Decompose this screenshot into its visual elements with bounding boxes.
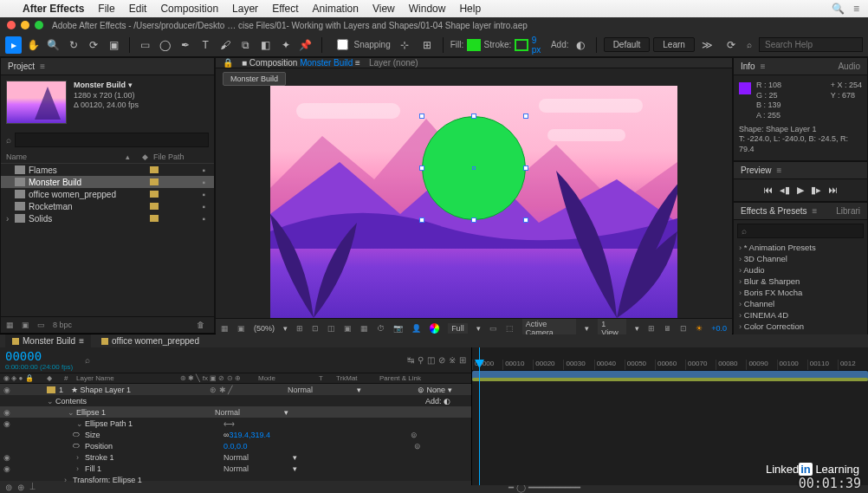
fill-swatch[interactable] — [467, 39, 480, 51]
play-icon[interactable]: ▶ — [797, 185, 804, 196]
col-type-icon[interactable]: ◆ — [136, 152, 153, 161]
tl-icon[interactable]: ⊘ — [438, 355, 445, 365]
puppet-tool[interactable]: 📌 — [297, 36, 314, 54]
layer-fill[interactable]: ◉›Fill 1Normal▾ — [0, 463, 471, 474]
breadcrumb-pill[interactable]: Monster Build — [223, 72, 286, 86]
tl-icon[interactable]: ⊞ — [459, 355, 466, 365]
tab-preview[interactable]: Preview — [741, 165, 772, 175]
fx-category[interactable]: Color Correction — [734, 321, 867, 332]
fx-category[interactable]: Boris FX Mocha — [734, 287, 867, 298]
interpret-icon[interactable]: ▦ — [6, 321, 18, 329]
snap-opt-icon[interactable]: ⊹ — [396, 36, 413, 54]
window-maximize-button[interactable] — [35, 21, 43, 29]
window-minimize-button[interactable] — [21, 21, 29, 29]
time-ruler[interactable]: 0000000010000200003000040000500006000070… — [472, 347, 868, 371]
workspace-default[interactable]: Default — [604, 37, 651, 52]
layer-contents[interactable]: ⌄ContentsAdd: ◐ — [0, 395, 471, 406]
project-tab[interactable]: Project≡ — [1, 58, 214, 75]
layer-ellipse-path[interactable]: ◉⌄Ellipse Path 1⟷ — [0, 418, 471, 429]
search-icon[interactable]: ⌕ — [85, 355, 90, 365]
tl-icon[interactable]: ※ — [449, 355, 456, 365]
lock-icon[interactable]: 🔒 — [223, 58, 233, 68]
first-frame-icon[interactable]: ⏮ — [763, 185, 773, 196]
grid-icon[interactable]: ⊞ — [296, 324, 303, 333]
menu-help[interactable]: Help — [459, 3, 481, 15]
color-channel-icon[interactable] — [430, 323, 439, 334]
fx-category[interactable]: CINEMA 4D — [734, 309, 867, 321]
add-menu-icon[interactable]: ◐ — [573, 36, 589, 54]
layer-transform[interactable]: ›Transform: Ellipse 1 — [0, 474, 471, 485]
menu-animation[interactable]: Animation — [313, 3, 359, 15]
sync-icon[interactable]: ⟳ — [722, 36, 740, 54]
menu-window[interactable]: Window — [409, 3, 446, 15]
current-time[interactable]: 00000 — [5, 349, 73, 363]
transparency-icon[interactable]: ▦ — [360, 324, 368, 333]
project-item[interactable]: Flames▪ — [1, 164, 214, 176]
project-item[interactable]: Monster Build▪ — [1, 176, 214, 188]
window-close-button[interactable] — [7, 21, 16, 29]
hamburger-icon[interactable]: ≡ — [40, 62, 45, 71]
3d-icon[interactable]: ⬚ — [506, 324, 514, 333]
app-name[interactable]: After Effects — [23, 3, 84, 15]
timeline-tab[interactable]: office women_prepped — [94, 334, 206, 347]
col-layer-name[interactable]: Layer Name — [76, 374, 180, 382]
bpc-toggle[interactable]: 8 bpc — [53, 321, 72, 329]
tl-icon[interactable]: ↹ — [407, 355, 414, 365]
show-snapshot-icon[interactable]: 👤 — [411, 324, 421, 333]
alpha-icon[interactable]: ▦ — [221, 324, 229, 333]
last-frame-icon[interactable]: ⏭ — [828, 185, 838, 196]
tab-audio[interactable]: Audio — [838, 62, 860, 71]
toggle-switches-icon[interactable]: ⊚ — [5, 483, 12, 492]
effects-search-input[interactable] — [737, 224, 864, 238]
tl-icon[interactable]: ⚲ — [418, 355, 424, 365]
search-help-input[interactable] — [759, 37, 863, 52]
eraser-tool[interactable]: ◧ — [257, 36, 274, 54]
selection-tool[interactable]: ▸ — [5, 36, 22, 54]
prev-frame-icon[interactable]: ◂▮ — [780, 185, 790, 196]
viewer-canvas[interactable] — [216, 86, 732, 318]
guides-icon[interactable]: ⊡ — [312, 324, 319, 333]
col-label-icon[interactable]: ▴ — [119, 152, 136, 161]
preview-icon[interactable]: ▭ — [489, 324, 497, 333]
rect-tool[interactable]: ▭ — [137, 36, 153, 54]
timeline-tab[interactable]: Monster Build ≡ — [5, 334, 91, 347]
new-comp-icon[interactable]: ▭ — [37, 321, 49, 329]
zoom-tool[interactable]: 🔍 — [45, 36, 62, 54]
tab-info[interactable]: Info — [741, 62, 755, 71]
hand-tool[interactable]: ✋ — [25, 36, 42, 54]
mask-icon[interactable]: ◫ — [327, 324, 335, 333]
rotation-tool[interactable]: ⟳ — [86, 36, 102, 54]
menu-extras-icon[interactable]: ≡ — [853, 3, 859, 15]
project-item-folder[interactable]: ›Solids▪ — [1, 212, 214, 224]
menu-view[interactable]: View — [372, 3, 395, 15]
ellipse-tool[interactable]: ◯ — [157, 36, 173, 54]
menu-effect[interactable]: Effect — [272, 3, 298, 15]
snapping-checkbox[interactable] — [337, 39, 348, 50]
layer-row[interactable]: ◉1 ★ Shape Layer 1 ⊛ ✱ ╱ Normal▾ ⊚ None … — [0, 384, 471, 395]
view-opt-icon[interactable]: ⊞ — [648, 324, 655, 333]
brush-tool[interactable]: 🖌 — [217, 36, 234, 54]
prop-size[interactable]: ⬭Size∞ 319.4,319.4⊚ — [0, 429, 471, 440]
view-opt2-icon[interactable]: 🖥 — [664, 324, 671, 333]
toggle-modes-icon[interactable]: ⊕ — [17, 483, 24, 492]
trash-icon[interactable]: 🗑 — [197, 321, 209, 329]
exposure-icon[interactable]: ☀ — [696, 324, 703, 333]
new-folder-icon[interactable]: ▣ — [22, 321, 34, 329]
tab-libraries[interactable]: Librari — [836, 206, 860, 216]
tab-effects[interactable]: Effects & Presets — [741, 206, 807, 216]
workspace-menu-icon[interactable]: ≫ — [698, 36, 716, 54]
menu-layer[interactable]: Layer — [232, 3, 258, 15]
menu-composition[interactable]: Composition — [160, 3, 218, 15]
workspace-learn[interactable]: Learn — [653, 37, 695, 52]
prop-position[interactable]: ⬭Position0.0,0.0⊚ — [0, 440, 471, 451]
camera-tool[interactable]: ▣ — [106, 36, 122, 54]
clone-tool[interactable]: ⧉ — [237, 36, 254, 54]
roi-icon[interactable]: ▣ — [344, 324, 352, 333]
project-item[interactable]: Rocketman▪ — [1, 200, 214, 212]
orbit-tool[interactable]: ↻ — [66, 36, 82, 54]
fx-category[interactable]: 3D Channel — [734, 253, 867, 264]
view-opt3-icon[interactable]: ⊡ — [680, 324, 687, 333]
type-tool[interactable]: T — [198, 36, 214, 54]
zoom-dropdown[interactable]: (50%) — [254, 324, 275, 333]
playhead[interactable] — [479, 347, 480, 485]
